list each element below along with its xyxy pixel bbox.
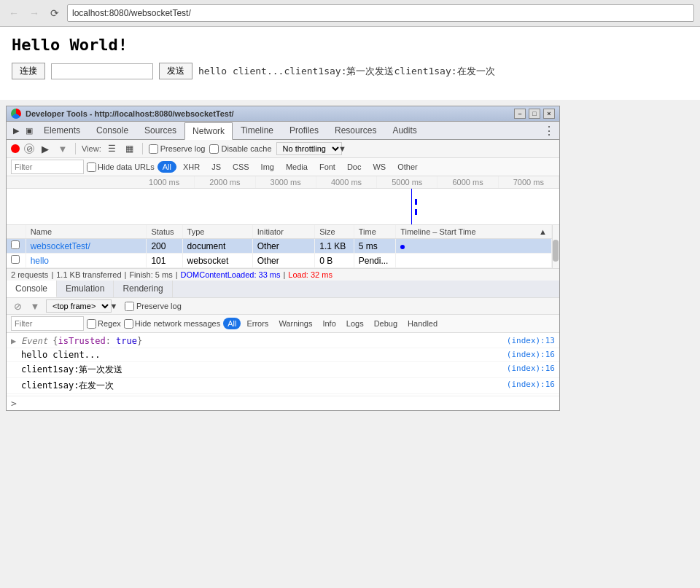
console-filter-logs[interactable]: Logs xyxy=(342,318,368,329)
tab-sources[interactable]: Sources xyxy=(136,122,184,139)
console-filter-info[interactable]: Info xyxy=(318,318,340,329)
devtools-pointer-icon[interactable]: ▶ xyxy=(9,124,23,137)
send-button[interactable]: 发送 xyxy=(159,63,192,79)
console-expand-1[interactable]: ▶ xyxy=(11,336,21,346)
regex-checkbox[interactable] xyxy=(87,319,96,329)
tab-console[interactable]: Console xyxy=(88,122,136,139)
devtools-menu-button[interactable]: ⋮ xyxy=(542,123,556,138)
address-bar[interactable]: localhost:8080/websocketTest/ xyxy=(67,4,694,22)
reload-button[interactable]: ⟳ xyxy=(47,5,63,21)
scrollbar-thumb[interactable] xyxy=(553,240,559,262)
row-checkbox-1[interactable] xyxy=(11,240,20,249)
hide-data-urls-label[interactable]: Hide data URLs xyxy=(87,162,155,172)
disable-cache-checkbox[interactable] xyxy=(209,144,219,154)
devtools-mobile-icon[interactable]: ▣ xyxy=(23,124,36,137)
camera-button[interactable]: ▶ xyxy=(39,142,52,155)
network-filter-input[interactable] xyxy=(11,160,84,174)
console-message-4[interactable]: client1say:在发一次 (index):16 xyxy=(7,378,559,394)
disable-cache-checkbox-label[interactable]: Disable cache xyxy=(209,144,271,154)
console-frame-chevron[interactable]: ▼ xyxy=(107,299,120,313)
col-size[interactable]: Size xyxy=(315,225,354,239)
filter-btn-all[interactable]: All xyxy=(158,161,176,173)
page-controls: 连接 发送 hello client...client1say:第一次发送cli… xyxy=(12,63,688,79)
filter-btn-js[interactable]: JS xyxy=(206,161,226,173)
status-dom-content-loaded[interactable]: DOMContentLoaded: 33 ms xyxy=(181,270,281,279)
tab-elements[interactable]: Elements xyxy=(36,122,88,139)
console-message-1[interactable]: ▶ Event {isTrusted: true} (index):13 xyxy=(7,334,559,348)
console-filter-errors[interactable]: Errors xyxy=(242,318,273,329)
console-message-3[interactable]: client1say:第一次发送 (index):16 xyxy=(7,362,559,378)
console-filter-debug[interactable]: Debug xyxy=(370,318,402,329)
bottom-tab-rendering[interactable]: Rendering xyxy=(114,281,172,297)
console-preserve-log-checkbox[interactable] xyxy=(125,302,134,311)
connect-button[interactable]: 连接 xyxy=(12,63,45,79)
console-filter-icon[interactable]: ▼ xyxy=(28,299,42,313)
forward-button[interactable]: → xyxy=(26,5,42,21)
network-scrollbar[interactable] xyxy=(552,225,559,268)
tab-resources[interactable]: Resources xyxy=(327,122,384,139)
hide-data-urls-checkbox[interactable] xyxy=(87,162,96,172)
console-input[interactable] xyxy=(20,399,555,409)
view-large-button[interactable]: ▦ xyxy=(123,142,136,155)
hide-network-checkbox[interactable] xyxy=(124,319,133,329)
console-src-2[interactable]: (index):16 xyxy=(507,350,555,359)
record-button[interactable] xyxy=(11,144,20,153)
tab-profiles[interactable]: Profiles xyxy=(281,122,327,139)
preserve-log-checkbox-label[interactable]: Preserve log xyxy=(149,144,206,154)
minimize-button[interactable]: – xyxy=(514,109,526,119)
console-filter-handled[interactable]: Handled xyxy=(403,318,442,329)
console-clear-button[interactable]: ⊘ xyxy=(11,299,24,313)
console-message-2[interactable]: hello client... (index):16 xyxy=(7,348,559,362)
col-initiator[interactable]: Initiator xyxy=(252,225,315,239)
console-src-4[interactable]: (index):16 xyxy=(507,380,555,389)
filter-btn-css[interactable]: CSS xyxy=(228,161,254,173)
status-load[interactable]: Load: 32 ms xyxy=(288,270,332,279)
devtools-logo xyxy=(11,109,21,119)
col-name[interactable]: Name xyxy=(26,225,147,239)
tab-audits[interactable]: Audits xyxy=(384,122,424,139)
hide-network-label[interactable]: Hide network messages xyxy=(124,319,220,329)
table-row[interactable]: hello 101 websocket Other 0 B Pendi... xyxy=(7,254,552,268)
console-src-3[interactable]: (index):16 xyxy=(507,364,555,373)
row-checkbox-2[interactable] xyxy=(11,255,20,264)
col-time[interactable]: Time xyxy=(354,225,395,239)
filter-btn-media[interactable]: Media xyxy=(281,161,313,173)
col-type[interactable]: Type xyxy=(182,225,252,239)
throttle-select[interactable]: No throttling xyxy=(276,142,342,155)
message-input[interactable] xyxy=(51,63,153,79)
console-filter-all[interactable]: All xyxy=(223,318,241,329)
maximize-button[interactable]: □ xyxy=(529,109,540,119)
filter-btn-img[interactable]: Img xyxy=(256,161,279,173)
tab-timeline[interactable]: Timeline xyxy=(233,122,281,139)
close-button[interactable]: × xyxy=(543,109,555,119)
filter-btn-ws[interactable]: WS xyxy=(368,161,391,173)
filter-btn-other[interactable]: Other xyxy=(392,161,423,173)
console-frame-select[interactable]: <top frame> xyxy=(46,299,112,313)
tab-network[interactable]: Network xyxy=(184,122,233,140)
console-src-1[interactable]: (index):13 xyxy=(507,336,555,345)
preserve-log-checkbox[interactable] xyxy=(149,144,158,154)
console-filter-input[interactable] xyxy=(11,316,84,331)
row-name-2[interactable]: hello xyxy=(31,256,49,266)
throttle-chevron[interactable]: ▼ xyxy=(336,142,349,155)
console-filter-warnings[interactable]: Warnings xyxy=(274,318,316,329)
regex-label[interactable]: Regex xyxy=(87,319,121,329)
clear-button[interactable]: ⊘ xyxy=(24,144,34,154)
filter-btn-font[interactable]: Font xyxy=(314,161,341,173)
bottom-tab-emulation[interactable]: Emulation xyxy=(57,281,114,297)
view-list-button[interactable]: ☰ xyxy=(106,142,119,155)
col-timeline[interactable]: Timeline – Start Time ▲ xyxy=(396,225,552,239)
filter-btn-doc[interactable]: Doc xyxy=(342,161,367,173)
table-row[interactable]: websocketTest/ 200 document Other 1.1 KB… xyxy=(7,239,552,254)
row-initiator-1: Other xyxy=(252,239,315,254)
bottom-tab-console[interactable]: Console xyxy=(7,281,57,297)
row-name-1[interactable]: websocketTest/ xyxy=(31,241,90,251)
filter-toggle-button[interactable]: ▼ xyxy=(56,142,69,155)
back-button[interactable]: ← xyxy=(6,5,22,21)
console-msg-2: hello client... xyxy=(21,350,507,360)
page-log: hello client...client1say:第一次发送client1sa… xyxy=(198,65,495,78)
devtools-window-buttons: – □ × xyxy=(514,109,555,119)
col-status[interactable]: Status xyxy=(147,225,182,239)
filter-btn-xhr[interactable]: XHR xyxy=(178,161,205,173)
console-preserve-log-label[interactable]: Preserve log xyxy=(125,302,182,311)
